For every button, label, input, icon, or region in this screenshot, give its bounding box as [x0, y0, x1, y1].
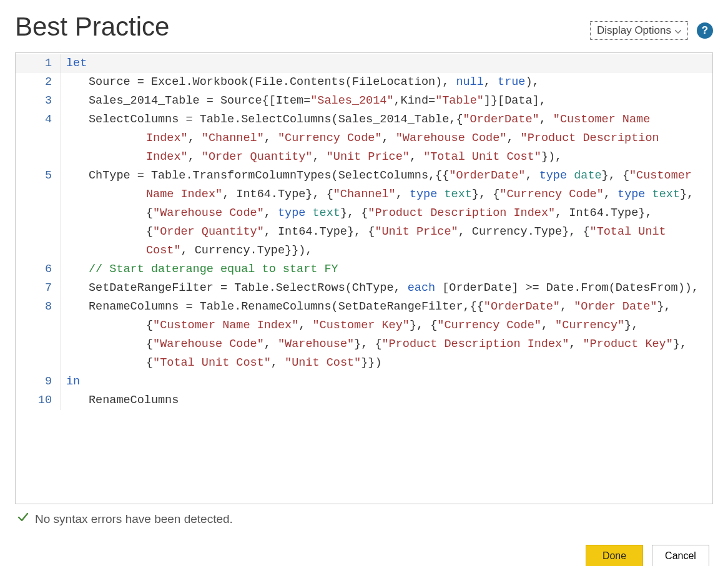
code-content[interactable]: SetDateRangeFilter = Table.SelectRows(Ch… — [61, 279, 712, 298]
code-token: , — [569, 338, 583, 351]
code-token: , — [525, 169, 539, 182]
code-line[interactable]: 6// Start daterange equal to start FY — [16, 260, 712, 279]
code-line[interactable]: 4SelectColumns = Table.SelectColumns(Sal… — [16, 110, 712, 167]
code-token: "Currency" — [555, 319, 624, 332]
code-token: type — [539, 169, 567, 182]
syntax-status-text: No syntax errors have been detected. — [35, 512, 233, 526]
display-options-label: Display Options — [597, 24, 671, 37]
display-options-dropdown[interactable]: Display Options — [590, 21, 688, 40]
code-token: "OrderDate" — [463, 113, 539, 126]
code-line[interactable]: 8RenameColumns = Table.RenameColumns(Set… — [16, 298, 712, 373]
code-token: , — [264, 132, 278, 145]
code-token: each — [408, 281, 435, 295]
code-content[interactable]: RenameColumns — [61, 391, 712, 410]
code-content[interactable]: SelectColumns = Table.SelectColumns(Sale… — [61, 110, 712, 167]
code-token: }), — [541, 150, 562, 163]
code-token: "Order Quantity" — [202, 150, 313, 163]
code-line[interactable]: 5ChType = Table.TransformColumnTypes(Sel… — [16, 167, 712, 260]
code-token: type — [410, 188, 437, 201]
code-token: date — [574, 169, 601, 182]
code-token: SelectColumns = Table.SelectColumns(Sale… — [89, 113, 463, 126]
code-content[interactable]: RenameColumns = Table.RenameColumns(SetD… — [61, 298, 712, 373]
help-glyph: ? — [702, 24, 708, 37]
dialog-buttons: Done Cancel — [15, 545, 713, 566]
line-number: 1 — [16, 54, 61, 73]
code-token: "Customer Name Index" — [153, 319, 298, 332]
code-token: , — [539, 113, 553, 126]
code-token: "Unit Cost" — [285, 356, 361, 369]
code-content[interactable]: Sales_2014_Table = Source{[Item="Sales_2… — [61, 92, 712, 110]
code-content[interactable]: ChType = Table.TransformColumnTypes(Sele… — [61, 167, 712, 260]
code-token: , Int64.Type}, { — [222, 188, 333, 201]
code-token: "Currency Code" — [278, 132, 382, 145]
code-line[interactable]: 1let — [16, 54, 712, 73]
code-token — [645, 188, 652, 201]
code-line[interactable]: 9in — [16, 373, 712, 391]
code-token: "Customer Key" — [312, 319, 409, 332]
code-content[interactable]: Source = Excel.Workbook(File.Contents(Fi… — [61, 73, 712, 92]
header: Best Practice Display Options ? — [15, 12, 713, 41]
code-token: }, { — [472, 188, 499, 201]
code-token: RenameColumns — [89, 394, 179, 407]
code-token: }, { — [340, 207, 368, 220]
code-token: , Currency.Type}}), — [181, 244, 313, 257]
code-token: "Unit Price" — [327, 150, 410, 163]
code-token: type — [278, 207, 305, 220]
code-token: "Warehouse Code" — [153, 207, 264, 220]
code-token: ]}[Data], — [484, 94, 546, 107]
code-token: , Int64.Type}, { — [264, 225, 375, 238]
code-token: "Currency Code" — [499, 188, 604, 201]
code-token: , — [541, 319, 555, 332]
code-token: }, { — [602, 169, 629, 182]
code-editor[interactable]: 1let2Source = Excel.Workbook(File.Conten… — [15, 52, 713, 504]
code-line[interactable]: 10RenameColumns — [16, 391, 712, 410]
code-token: Source = Excel.Workbook(File.Contents(Fi… — [89, 76, 456, 89]
chevron-down-icon — [675, 24, 681, 37]
done-button[interactable]: Done — [586, 545, 643, 566]
code-token: "Order Quantity" — [153, 225, 264, 238]
code-token: "Currency Code" — [437, 319, 541, 332]
code-token: // Start daterange equal to start FY — [89, 263, 338, 276]
code-token: let — [66, 57, 87, 70]
code-content[interactable]: let — [61, 54, 712, 73]
line-number: 5 — [16, 167, 61, 185]
header-controls: Display Options ? — [590, 21, 713, 40]
code-line[interactable]: 3Sales_2014_Table = Source{[Item="Sales_… — [16, 92, 712, 110]
line-number: 2 — [16, 73, 61, 92]
code-token: "Sales_2014" — [310, 94, 393, 107]
code-token: , — [396, 188, 410, 201]
line-number: 8 — [16, 298, 61, 316]
line-number: 9 — [16, 373, 61, 391]
code-token: SetDateRangeFilter = Table.SelectRows(Ch… — [89, 281, 408, 295]
code-token: , — [298, 319, 312, 332]
code-token: "Product Description Index" — [368, 207, 555, 220]
check-icon — [17, 512, 29, 526]
code-token: type — [617, 188, 645, 201]
code-content[interactable]: in — [61, 373, 712, 391]
cancel-button[interactable]: Cancel — [652, 545, 709, 566]
code-token: , — [484, 76, 498, 89]
code-token: RenameColumns = Table.RenameColumns(SetD… — [89, 300, 484, 313]
code-line[interactable]: 7SetDateRangeFilter = Table.SelectRows(C… — [16, 279, 712, 298]
code-token: ChType = Table.TransformColumnTypes(Sele… — [89, 169, 449, 182]
code-token — [437, 188, 444, 201]
code-token: "Warehouse Code" — [153, 338, 264, 351]
code-token: "Product Description Index" — [382, 338, 569, 351]
code-token: , — [560, 300, 574, 313]
code-token: , — [410, 150, 423, 163]
help-icon[interactable]: ? — [697, 22, 713, 39]
code-token — [305, 207, 312, 220]
code-token: Sales_2014_Table = Source{[Item= — [89, 94, 310, 107]
code-editor-viewport: 1let2Source = Excel.Workbook(File.Conten… — [16, 53, 712, 504]
code-line[interactable]: 2Source = Excel.Workbook(File.Contents(F… — [16, 73, 712, 92]
code-lines: 1let2Source = Excel.Workbook(File.Conten… — [16, 54, 712, 410]
code-token: "Total Unit Cost" — [423, 150, 541, 163]
code-token: , — [188, 150, 202, 163]
code-token: "Channel" — [202, 132, 264, 145]
code-token: , — [188, 132, 202, 145]
code-token: "Channel" — [333, 188, 396, 201]
code-content[interactable]: // Start daterange equal to start FY — [61, 260, 712, 279]
line-number: 7 — [16, 279, 61, 298]
code-token: , — [271, 356, 285, 369]
code-token: null — [456, 76, 483, 89]
